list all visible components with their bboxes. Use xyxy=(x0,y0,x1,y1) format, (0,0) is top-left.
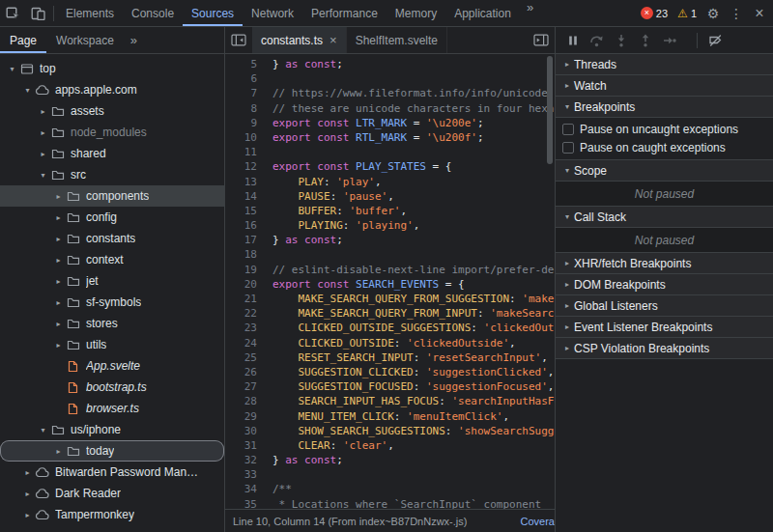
code-editor[interactable]: 5678910111213141516171819202122232425262… xyxy=(225,54,555,509)
line-number[interactable]: 13 xyxy=(225,175,257,189)
step-into-icon[interactable] xyxy=(609,27,633,53)
line-number[interactable]: 33 xyxy=(225,467,257,482)
section-header-global-listeners[interactable]: ▸Global Listeners xyxy=(556,295,773,317)
chevron-collapsed-icon[interactable]: ▸ xyxy=(37,150,49,158)
tree-item-tampermonkey[interactable]: ▸Tampermonkey xyxy=(0,504,224,525)
chevron-collapsed-icon[interactable]: ▸ xyxy=(52,341,65,350)
tree-item-config[interactable]: ▸config xyxy=(0,207,224,228)
line-number[interactable]: 24 xyxy=(225,336,257,350)
line-number[interactable]: 19 xyxy=(225,263,257,277)
chevron-collapsed-icon[interactable]: ▸ xyxy=(52,235,65,243)
chevron-collapsed-icon[interactable]: ▸ xyxy=(52,277,65,286)
toggle-debugger-panel-icon[interactable] xyxy=(528,34,555,46)
line-number[interactable]: 35 xyxy=(225,497,257,509)
tree-item-top[interactable]: ▾top xyxy=(0,58,224,79)
line-number[interactable]: 30 xyxy=(225,424,257,438)
tree-item-bitwarden-password-man[interactable]: ▸Bitwarden Password Man… xyxy=(0,462,224,483)
tab-sources[interactable]: Sources xyxy=(183,0,243,26)
tree-item-sf-symbols[interactable]: ▸sf-symbols xyxy=(0,292,224,313)
tree-item-constants[interactable]: ▸constants xyxy=(0,228,224,249)
tree-item-today[interactable]: ▸today xyxy=(0,440,224,462)
line-number[interactable]: 5 xyxy=(225,57,257,71)
line-number[interactable]: 17 xyxy=(225,233,257,247)
tab-network[interactable]: Network xyxy=(243,0,302,26)
tab-console[interactable]: Console xyxy=(123,0,183,26)
chevron-collapsed-icon[interactable]: ▸ xyxy=(21,511,34,519)
tree-item-jet[interactable]: ▸jet xyxy=(0,270,224,292)
line-number[interactable]: 25 xyxy=(225,350,257,365)
line-number[interactable]: 18 xyxy=(225,247,257,262)
toggle-navigator-icon[interactable] xyxy=(225,27,252,53)
line-number[interactable]: 32 xyxy=(225,453,257,467)
line-number[interactable]: 6 xyxy=(225,71,257,86)
deactivate-breakpoints-icon[interactable] xyxy=(703,27,728,53)
line-number[interactable]: 27 xyxy=(225,379,257,394)
line-number[interactable]: 10 xyxy=(225,130,257,145)
editor-tab-constants-ts[interactable]: constants.ts× xyxy=(252,27,347,53)
device-toolbar-icon[interactable] xyxy=(25,0,50,26)
navigator-tab-workspace[interactable]: Workspace xyxy=(46,27,124,53)
line-number[interactable]: 23 xyxy=(225,321,257,335)
line-number[interactable]: 11 xyxy=(225,145,257,159)
chevron-expanded-icon[interactable]: ▾ xyxy=(37,426,49,434)
chevron-collapsed-icon[interactable]: ▸ xyxy=(52,256,65,265)
chevron-expanded-icon[interactable]: ▾ xyxy=(37,171,49,180)
tree-item-context[interactable]: ▸context xyxy=(0,249,224,270)
chevron-collapsed-icon[interactable]: ▸ xyxy=(52,192,65,201)
checkbox[interactable] xyxy=(562,142,574,154)
tree-item-node-modules[interactable]: ▸node_modules xyxy=(0,122,224,143)
tree-item-dark-reader[interactable]: ▸Dark Reader xyxy=(0,483,224,504)
line-number[interactable]: 21 xyxy=(225,292,257,306)
line-number[interactable]: 26 xyxy=(225,365,257,379)
tree-item-apps-apple-com[interactable]: ▾apps.apple.com xyxy=(0,79,224,100)
chevron-collapsed-icon[interactable]: ▸ xyxy=(37,107,49,116)
line-number[interactable]: 8 xyxy=(225,101,257,116)
tree-item-components[interactable]: ▸components xyxy=(0,185,224,207)
chevron-collapsed-icon[interactable]: ▸ xyxy=(21,468,34,477)
step-icon[interactable] xyxy=(657,27,681,53)
coverage-link[interactable]: Covera xyxy=(521,516,555,527)
section-header-watch[interactable]: ▸Watch xyxy=(556,75,773,97)
tab-application[interactable]: Application xyxy=(445,0,520,26)
console-warning-badge[interactable]: ⚠ 1 xyxy=(673,8,701,19)
line-number[interactable]: 7 xyxy=(225,86,257,100)
line-number[interactable]: 28 xyxy=(225,394,257,408)
checkbox-row-pause-on-uncaught-exceptions[interactable]: Pause on uncaught exceptions xyxy=(556,120,773,138)
checkbox-row-pause-on-caught-exceptions[interactable]: Pause on caught exceptions xyxy=(556,138,773,156)
line-number[interactable]: 16 xyxy=(225,218,257,233)
tab-memory[interactable]: Memory xyxy=(386,0,445,26)
checkbox[interactable] xyxy=(562,124,574,135)
close-devtools-icon[interactable]: × xyxy=(748,0,771,26)
inspect-element-icon[interactable] xyxy=(0,0,25,26)
tree-item-src[interactable]: ▾src xyxy=(0,164,224,185)
console-error-badge[interactable]: × 23 xyxy=(636,7,673,19)
tree-item-assets[interactable]: ▸assets xyxy=(0,100,224,122)
step-over-icon[interactable] xyxy=(585,27,609,53)
chevron-collapsed-icon[interactable]: ▸ xyxy=(52,213,65,222)
section-header-event-listener-breakpoints[interactable]: ▸Event Listener Breakpoints xyxy=(556,317,773,338)
chevron-expanded-icon[interactable]: ▾ xyxy=(21,86,34,95)
line-number[interactable]: 31 xyxy=(225,438,257,453)
more-panels-chevron[interactable]: » xyxy=(520,0,540,26)
navigator-tab-page[interactable]: Page xyxy=(0,27,46,53)
chevron-collapsed-icon[interactable]: ▸ xyxy=(37,128,49,137)
tree-item-utils[interactable]: ▸utils xyxy=(0,334,224,355)
tree-item-app-svelte[interactable]: App.svelte xyxy=(0,355,224,377)
tree-item-stores[interactable]: ▸stores xyxy=(0,313,224,334)
kebab-menu-icon[interactable]: ⋮ xyxy=(725,0,748,26)
section-header-dom-breakpoints[interactable]: ▸DOM Breakpoints xyxy=(556,274,773,295)
section-header-scope[interactable]: ▾Scope xyxy=(556,160,773,182)
line-number[interactable]: 34 xyxy=(225,482,257,496)
section-header-csp-violation-breakpoints[interactable]: ▸CSP Violation Breakpoints xyxy=(556,338,773,359)
line-number[interactable]: 22 xyxy=(225,306,257,321)
line-number[interactable]: 29 xyxy=(225,409,257,424)
line-number[interactable]: 12 xyxy=(225,159,257,174)
tree-item-us-iphone[interactable]: ▾us/iphone xyxy=(0,419,224,440)
close-tab-icon[interactable]: × xyxy=(329,33,337,47)
editor-tab-shelfitem-svelte[interactable]: ShelfItem.svelte xyxy=(347,27,447,53)
tree-item-browser-ts[interactable]: browser.ts xyxy=(0,398,224,419)
step-out-icon[interactable] xyxy=(633,27,657,53)
pause-icon[interactable] xyxy=(560,27,585,53)
chevron-collapsed-icon[interactable]: ▸ xyxy=(52,447,65,456)
line-number[interactable]: 15 xyxy=(225,204,257,218)
